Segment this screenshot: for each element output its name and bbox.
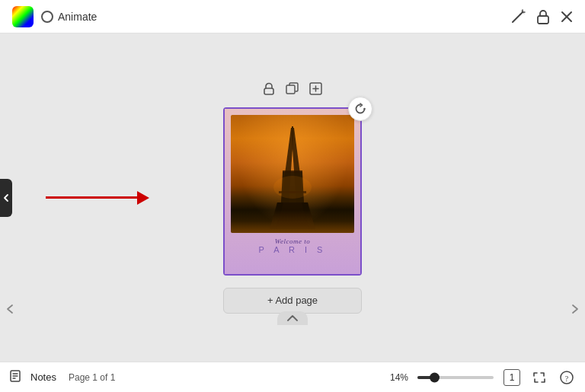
left-panel-toggle[interactable]: [0, 179, 12, 217]
animate-label: Animate: [41, 11, 97, 23]
magic-wand-icon[interactable]: [510, 9, 526, 24]
svg-rect-5: [538, 16, 548, 24]
card-toolbar: [263, 82, 322, 95]
lock-card-icon[interactable]: [263, 82, 275, 95]
canvas-area: Welcome to P A R I S + Add page: [0, 33, 585, 362]
notes-icon: [9, 370, 21, 384]
svg-rect-9: [286, 85, 295, 94]
page-number-display: 1: [503, 369, 520, 386]
topbar-left: Animate: [12, 6, 97, 27]
paris-text: P A R I S: [231, 245, 354, 254]
zoom-slider[interactable]: [417, 376, 494, 379]
arrow-line: [46, 196, 137, 199]
fullscreen-icon[interactable]: [530, 368, 548, 387]
polaroid-image: [231, 115, 354, 233]
card-wrapper[interactable]: Welcome to P A R I S: [223, 107, 362, 276]
city-lights: [231, 210, 354, 233]
notes-label[interactable]: Notes: [30, 371, 56, 383]
zoom-slider-thumb[interactable]: [430, 372, 440, 382]
help-icon[interactable]: ?: [558, 368, 576, 387]
bottombar: Notes Page 1 of 1 14% 1 ?: [0, 362, 585, 392]
svg-text:?: ?: [565, 374, 569, 382]
arrow-head: [137, 191, 149, 205]
svg-rect-20: [283, 171, 302, 173]
scroll-right-button[interactable]: [568, 302, 582, 316]
red-arrow: [46, 191, 149, 205]
add-card-icon[interactable]: [309, 82, 322, 95]
logo-icon[interactable]: [12, 6, 34, 27]
canvas-content: Welcome to P A R I S + Add page: [223, 82, 362, 314]
topbar: Animate: [0, 0, 585, 33]
close-icon[interactable]: [561, 11, 573, 23]
rotate-button[interactable]: [348, 97, 372, 121]
animate-circle-icon: [41, 11, 53, 23]
zoom-percent: 14%: [390, 372, 408, 383]
add-page-button[interactable]: + Add page: [223, 288, 362, 314]
topbar-right: [510, 9, 573, 24]
page-number-box[interactable]: 1: [503, 368, 521, 387]
lock-icon[interactable]: [536, 9, 550, 24]
svg-line-0: [513, 14, 520, 22]
chevron-up-button[interactable]: [277, 311, 308, 325]
duplicate-card-icon[interactable]: [286, 82, 299, 94]
app-name: Animate: [58, 11, 97, 23]
svg-point-23: [273, 176, 312, 199]
page-info: Page 1 of 1: [69, 372, 115, 383]
svg-point-13: [363, 107, 365, 109]
scroll-left-button[interactable]: [3, 302, 17, 316]
polaroid-card: Welcome to P A R I S: [225, 109, 360, 274]
polaroid-text-area: Welcome to P A R I S: [231, 233, 354, 256]
svg-rect-8: [264, 88, 273, 94]
welcome-text: Welcome to: [231, 237, 354, 245]
